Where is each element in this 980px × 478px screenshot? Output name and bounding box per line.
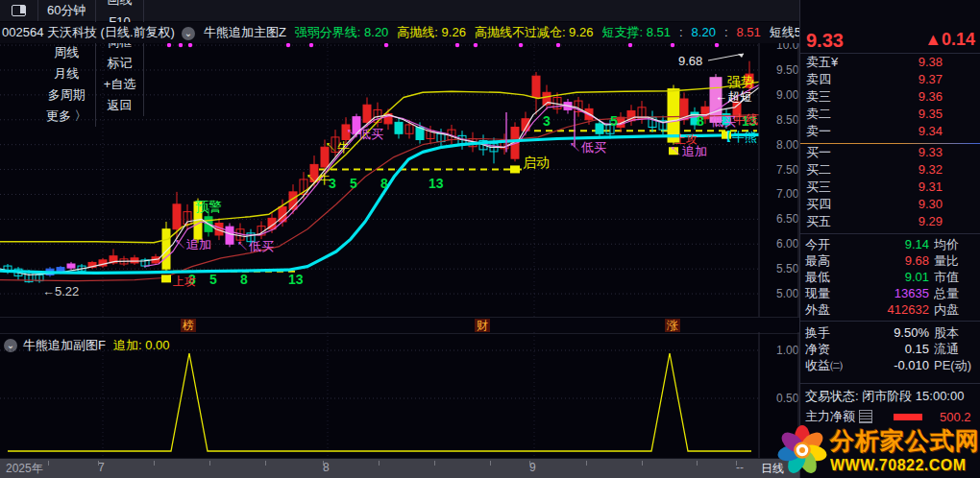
svg-text:【牛熊: 【牛熊 [720,130,757,144]
toolbar-periods: 分时1分钟5分钟15分钟30分钟60分钟日线周线月线多周期更多 〉复权叠加多股统… [0,0,799,22]
svg-text:强势: 强势 [727,74,754,89]
indicator-text: 强弱分界线: 8.20 [295,25,389,39]
site-watermark: 分析家公式网 WWW.70822.COM [776,420,980,478]
svg-text:上攻: 上攻 [173,275,196,288]
watermark-title: 分析家公式网 [830,425,980,457]
svg-text:5: 5 [350,176,357,191]
quote-row-买四[interactable]: 买四9.30 [800,196,980,213]
svg-text:8.00: 8.00 [776,138,799,152]
price-change: ▲0.14 [924,30,975,52]
quote-row-买三[interactable]: 买三9.31 [800,179,980,196]
svg-text:8.50: 8.50 [776,113,799,127]
background-watermark-char: 财 [475,319,490,332]
svg-text:13: 13 [429,176,444,191]
chart-region: 10.009.509.008.508.007.507.006.506.005.5… [0,43,799,478]
svg-text:8: 8 [240,272,248,287]
svg-text:中线: 中线 [733,112,758,127]
quote-panel: 9.33 ▲0.14 卖五¥9.38卖四9.37卖三9.36卖二9.35卖一9.… [799,0,980,478]
svg-text:↖追加: ↖追加 [174,237,211,251]
price-row: 9.33 ▲0.14 [806,30,975,52]
svg-text:9.50: 9.50 [776,63,799,77]
period-tab-60分钟[interactable]: 60分钟 [38,0,96,21]
svg-text:6.00: 6.00 [776,237,799,251]
chevron-circle-icon[interactable]: ⌄ [182,27,195,40]
quote-row-净资[interactable]: 净资0.15流通 [800,341,980,357]
svg-text:启动: 启动 [523,155,550,170]
main-chart-svg[interactable]: 10.009.509.008.508.007.507.006.506.005.5… [0,43,799,317]
background-watermark-char: 涨 [665,319,680,332]
svg-text:↖低买: ↖低买 [236,239,274,253]
indicator-text: : [679,25,683,39]
quote-row-今开[interactable]: 今开9.14均价 [800,236,980,252]
indicator-text: 短支撑: 8.51 [601,25,671,39]
svg-text:↖追加: ↖追加 [670,144,707,158]
svg-text:8: 8 [380,176,388,191]
svg-text:7.50: 7.50 [776,163,799,177]
indicator-text: 高抛线: 9.26 [397,25,466,39]
quote-row-买一[interactable]: 买一9.33 [800,144,980,161]
quote-row-卖三[interactable]: 卖三9.36 [800,88,980,106]
svg-text:1.00: 1.00 [776,344,799,357]
background-watermark-char: 榜 [181,319,196,332]
svg-text:9.00: 9.00 [776,88,799,102]
indicator-text: : [724,25,728,39]
svg-text:↖低买: ↖低买 [569,140,606,155]
quote-row-收益㈡[interactable]: 收益㈡-0.010PE(动) [800,357,980,373]
svg-text:5: 5 [610,113,618,129]
quote-row-现量[interactable]: 现量13635总量 [800,285,980,301]
axis-label: -- [736,461,744,474]
axis-label: 9 [529,461,536,474]
indicator-text: 8.51 [737,25,761,39]
window-split-icon[interactable] [0,0,38,21]
app-window: 分时1分钟5分钟15分钟30分钟60分钟日线周线月线多周期更多 〉复权叠加多股统… [0,0,980,478]
svg-text:8: 8 [697,113,704,129]
indicator-text: 002564 天沃科技 (日线.前复权) [2,25,175,39]
svg-text:7.00: 7.00 [776,187,799,201]
svg-text:←5.22: ←5.22 [42,284,79,299]
svg-text:10.00: 10.00 [776,43,799,52]
quote-row-卖二[interactable]: 卖二9.35 [800,106,980,123]
svg-text:13: 13 [288,272,304,287]
indicator-text: 8.20 [692,25,716,39]
bid-rows: 买一9.33买二9.32买三9.31买四9.30买五9.29 [800,144,980,230]
flow-bar [894,414,922,420]
last-price: 9.33 [806,30,844,52]
svg-text:9.68: 9.68 [678,54,702,68]
axis-label: 7 [98,461,105,474]
trade-status: 交易状态: 闭市阶段 15:00:00 [805,388,980,405]
svg-text:0.50: 0.50 [776,392,799,405]
svg-text:↖牛: ↖牛 [325,140,350,155]
svg-text:3: 3 [543,113,551,129]
quote-row-买五[interactable]: 买五9.29 [800,213,980,230]
quote-row-最低[interactable]: 最低9.01市值 [800,269,980,285]
svg-text:5.00: 5.00 [776,287,799,300]
quote-row-最高[interactable]: 最高9.68量比 [800,252,980,269]
ask-rows: 卖五¥9.38卖四9.37卖三9.36卖二9.35卖一9.34 [800,54,980,140]
svg-text:↖低买: ↖低买 [346,127,383,141]
axis-label: 8 [323,461,330,474]
svg-text:6.50: 6.50 [776,212,799,226]
sub-chart-svg[interactable]: 1.000.50 [0,332,799,458]
indicator-text: 牛熊追加主图Z [204,25,286,39]
quote-row-外盘[interactable]: 外盘412632内盘 [800,301,980,318]
flower-logo [776,422,828,476]
quote-row-卖四[interactable]: 卖四9.37 [800,71,980,88]
svg-text:预警: 预警 [195,199,222,214]
svg-text:5: 5 [209,272,217,287]
indicator-text: 高抛线不过减仓: 9.26 [475,25,594,39]
time-axis[interactable]: 2025年789--日线 [0,458,799,478]
axis-label: 2025年 [6,461,43,477]
quote-row-换手[interactable]: 换手9.50%股本 [800,324,980,341]
tool-button-画线[interactable]: 画线 [96,0,145,11]
quote-row-卖五¥[interactable]: 卖五¥9.38 [800,54,980,71]
stats-rows: 今开9.14均价最高9.68量比最低9.01市值现量13635总量外盘41263… [800,236,980,318]
svg-text:←超短: ←超短 [715,89,752,104]
stats2-rows: 换手9.50%股本净资0.15流通收益㈡-0.010PE(动) [800,324,980,373]
quote-row-卖一[interactable]: 卖一9.34 [800,123,980,140]
indicator-bar: 002564 天沃科技 (日线.前复权)⌄牛熊追加主图Z强弱分界线: 8.20高… [0,22,799,43]
svg-text:5.50: 5.50 [776,262,799,275]
quote-row-买二[interactable]: 买二9.32 [800,161,980,179]
svg-text:↖牛: ↖牛 [306,172,331,186]
svg-text:低买: 低买 [710,114,736,129]
watermark-url: WWW.70822.COM [830,457,980,474]
